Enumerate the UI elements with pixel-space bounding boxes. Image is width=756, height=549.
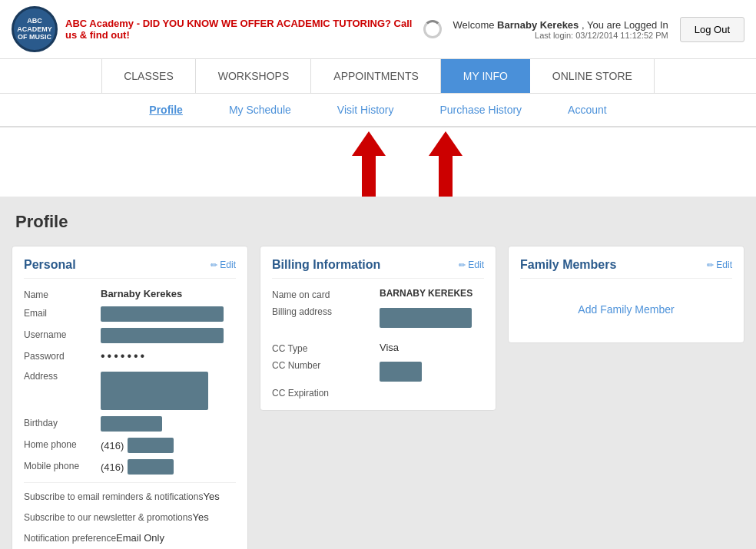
last-login-value: 03/12/2014 11:12:52 PM [575, 31, 668, 40]
logo: ABC ACADEMY OF MUSIC [12, 6, 58, 52]
family-edit-button[interactable]: ✏ Edit [707, 260, 732, 270]
email-row: Email [24, 306, 236, 322]
nav-appointments[interactable]: APPOINTMENTS [311, 59, 440, 93]
billing-card: Billing Information ✏ Edit Name on card … [260, 246, 496, 411]
arrow-head-1 [352, 131, 386, 156]
notification-value: Email Only [116, 532, 164, 544]
last-login-label: Last login: [535, 31, 573, 40]
arrow-shaft-1 [362, 156, 376, 197]
cc-expiration-label: CC Expiration [272, 386, 380, 399]
mobile-phone-label: Mobile phone [24, 459, 101, 471]
subnav-profile[interactable]: Profile [126, 100, 206, 120]
password-label: Password [24, 349, 101, 362]
personal-card-header: Personal ✏ Edit [24, 258, 236, 279]
announcement-text: ABC Academy - DID YOU KNOW WE OFFER ACAD… [58, 18, 423, 41]
username-value-redacted [101, 328, 224, 343]
loading-spinner [423, 20, 442, 38]
subscribe-email-value: Yes [203, 491, 219, 502]
name-value: Barnaby Kerekes [101, 288, 182, 299]
cc-number-redacted [380, 362, 422, 382]
subnav-visit-history[interactable]: Visit History [314, 100, 417, 120]
nav-workshops[interactable]: WORKSHOPS [196, 59, 312, 93]
personal-card: Personal ✏ Edit Name Barnaby Kerekes Ema… [12, 246, 248, 549]
top-bar: ABC ACADEMY OF MUSIC ABC Academy - DID Y… [0, 0, 756, 59]
arrow-indicators [0, 127, 756, 197]
arrow-schedule [429, 131, 463, 197]
logo-text: ABC ACADEMY OF MUSIC [14, 17, 55, 41]
name-on-card-label: Name on card [272, 288, 380, 300]
notification-label: Notification preference [24, 532, 116, 545]
subscribe-email-label: Subscribe to email reminders & notificat… [24, 491, 203, 504]
home-phone-prefix: (416) [101, 440, 124, 451]
address-row: Address [24, 369, 236, 410]
logout-button[interactable]: Log Out [680, 17, 744, 42]
home-phone-label: Home phone [24, 438, 101, 450]
nav-online-store[interactable]: ONLINE STORE [530, 59, 655, 93]
username-row: Username [24, 328, 236, 343]
subscribe-newsletter-value: Yes [192, 511, 208, 523]
user-name: Barnaby Kerekes [497, 19, 579, 31]
personal-edit-button[interactable]: ✏ Edit [211, 260, 236, 270]
notification-preference-row: Notification preference Email Only [24, 532, 236, 545]
welcome-prefix: Welcome [453, 19, 495, 31]
welcome-line: Welcome Barnaby Kerekes , You are Logged… [453, 19, 668, 31]
mobile-phone-value: (416) [101, 459, 174, 475]
password-dots: ••••••• [101, 349, 147, 363]
mobile-phone-prefix: (416) [101, 461, 124, 473]
mobile-phone-redacted [128, 459, 174, 475]
subnav-purchase-history[interactable]: Purchase History [416, 100, 545, 120]
birthday-value-redacted [101, 416, 162, 432]
email-value-redacted [101, 306, 224, 322]
name-on-card-value: BARNABY KEREKES [380, 288, 484, 299]
family-card-header: Family Members ✏ Edit [520, 258, 732, 279]
family-card-title: Family Members [520, 258, 616, 272]
name-row: Name Barnaby Kerekes [24, 288, 236, 300]
billing-edit-label: Edit [468, 260, 484, 270]
family-edit-label: Edit [716, 260, 732, 270]
billing-address-label: Billing address [272, 305, 380, 317]
family-card: Family Members ✏ Edit Add Family Member [508, 246, 744, 343]
sub-nav: Profile My Schedule Visit History Purcha… [0, 94, 756, 127]
welcome-suffix: , You are Logged In [582, 19, 668, 31]
birthday-label: Birthday [24, 416, 101, 428]
pencil-icon: ✏ [211, 260, 217, 270]
personal-edit-label: Edit [220, 260, 236, 270]
home-phone-row: Home phone (416) [24, 438, 236, 453]
billing-card-title: Billing Information [272, 258, 380, 272]
subnav-account[interactable]: Account [545, 100, 630, 120]
billing-edit-button[interactable]: ✏ Edit [459, 260, 484, 270]
subscribe-email-row: Subscribe to email reminders & notificat… [24, 491, 236, 504]
birthday-row: Birthday [24, 416, 236, 432]
address-value-redacted [101, 372, 208, 410]
last-login: Last login: 03/12/2014 11:12:52 PM [453, 31, 668, 40]
cc-type-label: CC Type [272, 342, 380, 354]
subscribe-newsletter-row: Subscribe to our newsletter & promotions… [24, 511, 236, 524]
subnav-my-schedule[interactable]: My Schedule [206, 100, 314, 120]
pencil-icon-family: ✏ [707, 260, 714, 270]
pencil-icon-billing: ✏ [459, 260, 466, 270]
home-phone-value: (416) [101, 438, 174, 453]
subscribe-section: Subscribe to email reminders & notificat… [24, 482, 236, 544]
arrow-head-2 [429, 131, 463, 156]
mobile-phone-row: Mobile phone (416) [24, 459, 236, 475]
main-nav: CLASSES WORKSHOPS APPOINTMENTS MY INFO O… [0, 59, 756, 94]
password-row: Password ••••••• [24, 349, 236, 363]
logo-area: ABC ACADEMY OF MUSIC [12, 6, 58, 52]
arrow-shaft-2 [439, 156, 453, 197]
page-wrapper: Profile Personal ✏ Edit Name Barnaby Ker… [0, 197, 756, 549]
page-title: Profile [12, 212, 744, 232]
cc-type-value: Visa [380, 342, 484, 353]
email-label: Email [24, 306, 101, 319]
name-label: Name [24, 288, 101, 300]
welcome-text: Welcome Barnaby Kerekes , You are Logged… [453, 19, 668, 40]
nav-classes[interactable]: CLASSES [101, 59, 196, 93]
arrow-profile [352, 131, 386, 197]
billing-address-redacted [380, 308, 472, 328]
username-label: Username [24, 328, 101, 340]
cc-number-label: CC Number [272, 359, 380, 371]
add-family-member-link[interactable]: Add Family Member [578, 303, 674, 316]
billing-card-header: Billing Information ✏ Edit [272, 258, 484, 279]
nav-my-info[interactable]: MY INFO [441, 59, 530, 93]
home-phone-redacted [128, 438, 174, 453]
welcome-area: Welcome Barnaby Kerekes , You are Logged… [423, 17, 744, 42]
